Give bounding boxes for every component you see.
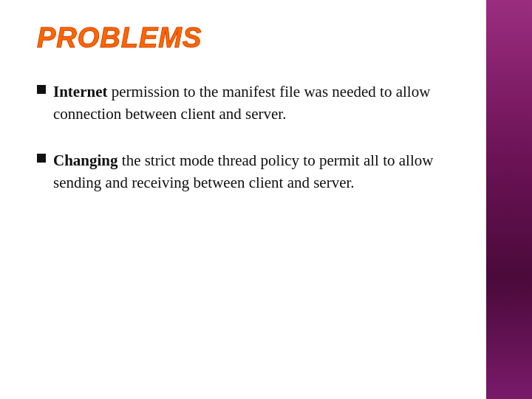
list-item: Internet permission to the manifest file… xyxy=(37,81,457,126)
bullet-1-label: Internet xyxy=(53,83,107,100)
bullet-icon xyxy=(37,154,46,163)
page-title: PROBLEMS xyxy=(37,22,457,54)
main-content: PROBLEMS Internet permission to the mani… xyxy=(0,0,486,399)
bullet-1-body: permission to the manifest file was need… xyxy=(53,83,430,123)
bullet-1-text: Internet permission to the manifest file… xyxy=(53,81,457,126)
sidebar-decoration xyxy=(486,0,532,399)
list-item: Changing the strict mode thread policy t… xyxy=(37,149,457,194)
bullet-2-label: Changing xyxy=(53,151,118,169)
bullet-icon xyxy=(37,85,46,94)
bullet-2-text: Changing the strict mode thread policy t… xyxy=(53,149,457,194)
